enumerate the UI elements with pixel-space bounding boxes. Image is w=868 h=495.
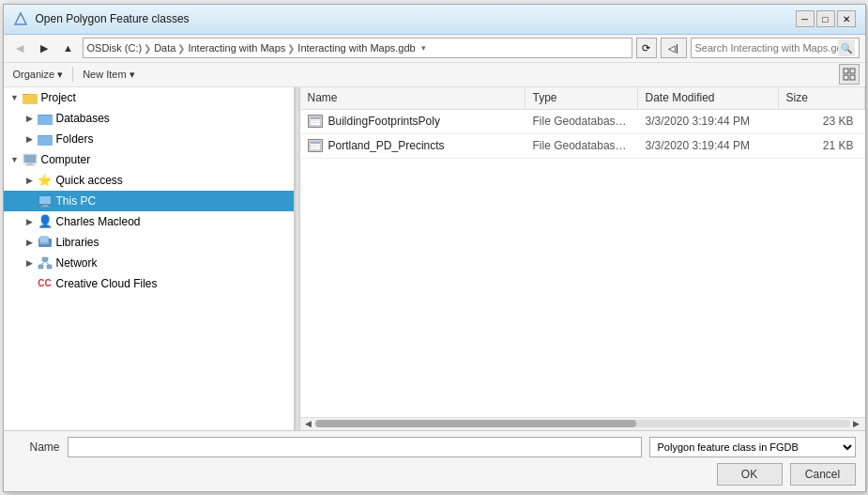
title-bar: Open Polygon Feature classes ─ □ ✕ (4, 5, 865, 35)
expander-network: ▶ (23, 255, 38, 271)
h-scroll-thumb (315, 420, 636, 427)
type-select[interactable]: Polygon feature class in FGDB (649, 437, 856, 457)
cancel-button[interactable]: Cancel (790, 463, 856, 486)
svg-marker-0 (15, 13, 26, 24)
svg-rect-3 (844, 75, 848, 80)
h-scrollbar[interactable] (315, 420, 850, 427)
breadcrumb-sep-2: ❯ (177, 43, 185, 54)
toolbar-row1: ◀ ▶ ▲ OSDisk (C:) ❯ Data ❯ Interacting w… (4, 35, 865, 63)
close-button[interactable]: ✕ (837, 10, 856, 27)
breadcrumb-sep-3: ❯ (287, 43, 295, 54)
file-type-1: File Geodatabase F (525, 139, 638, 152)
breadcrumb-label-2: Data (154, 42, 175, 54)
svg-rect-4 (850, 75, 855, 80)
tree-item-libraries[interactable]: ▶ Libraries (4, 232, 294, 253)
col-header-date[interactable]: Date Modified (638, 87, 779, 109)
folder-icon-folders (38, 131, 53, 147)
cc-icon: CC (38, 276, 53, 291)
svg-rect-11 (38, 136, 53, 146)
breadcrumb: OSDisk (C:) ❯ Data ❯ Interacting with Ma… (83, 38, 632, 58)
tree-item-this-pc[interactable]: This PC (4, 191, 294, 211)
organize-button[interactable]: Organize ▾ (9, 67, 68, 83)
name-row: Name Polygon feature class in FGDB (13, 437, 856, 457)
h-scroll-right[interactable]: ▶ (850, 417, 863, 430)
svg-rect-19 (40, 206, 50, 207)
svg-rect-25 (47, 265, 52, 269)
computer-icon (23, 152, 38, 167)
new-item-button[interactable]: New Item ▾ (79, 67, 138, 83)
tree-label-network: Network (56, 256, 98, 270)
maximize-button[interactable]: □ (816, 10, 835, 27)
search-button[interactable]: 🔍 (838, 39, 855, 56)
file-row-0[interactable]: BuildingFootprintsPoly File Geodatabase … (300, 110, 865, 134)
svg-rect-9 (38, 116, 53, 125)
user-icon: 👤 (38, 214, 53, 229)
name-input[interactable] (68, 437, 642, 457)
svg-rect-29 (311, 117, 320, 119)
expander-this-pc (23, 193, 38, 209)
view-icon (843, 68, 856, 81)
svg-rect-34 (311, 142, 320, 144)
up-button[interactable]: ▲ (58, 38, 79, 58)
main-content: ▼ Project ▶ (4, 87, 865, 430)
tree-label-computer: Computer (41, 153, 91, 166)
expander-charles: ▶ (23, 214, 38, 229)
prev-locations-button[interactable]: ◁| (661, 38, 687, 58)
refresh-button[interactable]: ⟳ (636, 38, 657, 58)
svg-rect-23 (42, 257, 48, 261)
title-bar-left: Open Polygon Feature classes (13, 11, 190, 26)
svg-rect-15 (25, 164, 35, 165)
breadcrumb-dropdown-arrow[interactable]: ▾ (421, 43, 426, 53)
toolbar-row2: Organize ▾ New Item ▾ (4, 63, 865, 87)
tree-label-charles: Charles Macleod (56, 215, 141, 228)
folder-icon-databases (38, 111, 53, 126)
file-icon-0 (308, 115, 323, 128)
network-icon (38, 255, 53, 271)
forward-button[interactable]: ▶ (34, 38, 54, 58)
tree-item-creative-cloud[interactable]: CC Creative Cloud Files (4, 273, 294, 294)
svg-rect-24 (38, 265, 43, 269)
tree-item-charles[interactable]: ▶ 👤 Charles Macleod (4, 211, 294, 232)
col-header-size[interactable]: Size (779, 87, 865, 109)
toolbar-divider-1 (72, 67, 73, 82)
tree-item-computer[interactable]: ▼ Computer (4, 149, 294, 170)
left-panel: ▼ Project ▶ (4, 87, 295, 430)
h-scroll-left[interactable]: ◀ (302, 417, 315, 430)
file-date-0: 3/3/2020 3:19:44 PM (638, 115, 779, 128)
organize-label: Organize (13, 69, 55, 80)
breadcrumb-sep-1: ❯ (144, 43, 151, 54)
tree-item-databases[interactable]: ▶ Databases (4, 108, 294, 129)
tree-label-folders: Folders (56, 132, 94, 146)
col-header-type[interactable]: Type (525, 87, 638, 109)
minimize-button[interactable]: ─ (796, 10, 815, 27)
search-input[interactable] (695, 42, 838, 54)
ok-button[interactable]: OK (717, 463, 783, 486)
tree-item-quick-access[interactable]: ▶ ⭐ Quick access (4, 170, 294, 191)
h-scroll-area: ◀ ▶ (300, 417, 865, 430)
file-icon-1 (308, 139, 323, 152)
col-header-name[interactable]: Name (300, 87, 525, 109)
expander-creative-cloud (23, 276, 38, 291)
tree-label-creative-cloud: Creative Cloud Files (56, 277, 158, 290)
name-label: Name (13, 441, 60, 454)
file-row-1[interactable]: Portland_PD_Precincts File Geodatabase F… (300, 134, 865, 159)
new-item-dropdown-icon: ▾ (129, 69, 135, 81)
svg-rect-17 (39, 196, 51, 204)
tree-item-project[interactable]: ▼ Project (4, 87, 294, 108)
expander-project: ▼ (8, 90, 23, 105)
view-button[interactable] (839, 64, 860, 85)
dialog: Open Polygon Feature classes ─ □ ✕ ◀ ▶ ▲… (3, 4, 866, 492)
tree-item-network[interactable]: ▶ Network (4, 253, 294, 273)
file-type-0: File Geodatabase F (525, 115, 638, 128)
expander-folders: ▶ (23, 131, 38, 147)
expander-libraries: ▶ (23, 235, 38, 250)
back-button[interactable]: ◀ (9, 38, 30, 58)
file-date-1: 3/3/2020 3:19:44 PM (638, 139, 779, 152)
file-name-0: BuildingFootprintsPoly (300, 115, 525, 128)
tree-item-folders[interactable]: ▶ Folders (4, 129, 294, 149)
svg-rect-18 (42, 205, 48, 207)
breadcrumb-part-2: Data ❯ (154, 42, 186, 54)
file-list-body: BuildingFootprintsPoly File Geodatabase … (300, 110, 865, 417)
breadcrumb-part-4: Interacting with Maps.gdb (297, 42, 415, 54)
tree-label-this-pc: This PC (56, 194, 97, 208)
